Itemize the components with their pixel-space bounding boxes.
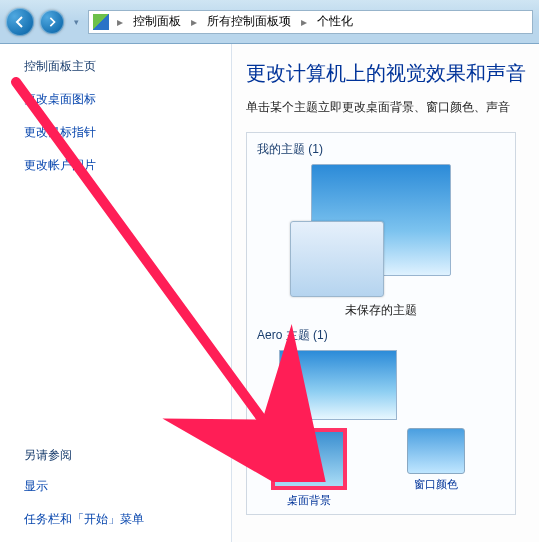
sidebar-link-account-picture[interactable]: 更改帐户图片	[24, 157, 213, 174]
sidebar-link-display[interactable]: 显示	[24, 478, 213, 495]
page-heading: 更改计算机上的视觉效果和声音	[246, 60, 539, 87]
chevron-right-icon: ▸	[297, 15, 311, 29]
breadcrumb-personalization[interactable]: 个性化	[315, 11, 355, 32]
window-color-swatch	[407, 428, 465, 474]
nav-forward-button[interactable]	[40, 10, 64, 34]
page-subtext: 单击某个主题立即更改桌面背景、窗口颜色、声音	[246, 99, 539, 116]
sidebar: 控制面板主页 更改桌面图标 更改鼠标指针 更改帐户图片 另请参阅 显示 任务栏和…	[0, 44, 232, 542]
sidebar-link-desktop-icons[interactable]: 更改桌面图标	[24, 91, 213, 108]
content-pane: 更改计算机上的视觉效果和声音 单击某个主题立即更改桌面背景、窗口颜色、声音 我的…	[232, 44, 539, 542]
arrow-left-icon	[14, 16, 26, 28]
chevron-right-icon: ▸	[187, 15, 201, 29]
theme-thumbnail-aero[interactable]	[279, 350, 397, 420]
theme-label-unsaved: 未保存的主题	[257, 302, 505, 319]
sidebar-see-also-header: 另请参阅	[24, 447, 213, 464]
main-area: 控制面板主页 更改桌面图标 更改鼠标指针 更改帐户图片 另请参阅 显示 任务栏和…	[0, 44, 539, 542]
window-color-label: 窗口颜色	[414, 477, 458, 492]
breadcrumb-control-panel[interactable]: 控制面板	[131, 11, 183, 32]
themes-group: 我的主题 (1) 未保存的主题 Aero 主题 (1) 桌面背景 窗口颜色	[246, 132, 516, 515]
nav-history-dropdown[interactable]: ▾	[70, 17, 82, 27]
arrow-right-icon	[47, 17, 57, 27]
window-titlebar: ▾ ▸ 控制面板 ▸ 所有控制面板项 ▸ 个性化	[0, 0, 539, 44]
desktop-background-tile[interactable]: 桌面背景	[271, 428, 347, 508]
address-bar[interactable]: ▸ 控制面板 ▸ 所有控制面板项 ▸ 个性化	[88, 10, 533, 34]
theme-settings-row: 桌面背景 窗口颜色	[257, 424, 505, 508]
sidebar-title: 控制面板主页	[24, 58, 213, 75]
aero-themes-header: Aero 主题 (1)	[257, 327, 505, 344]
desktop-background-swatch	[271, 428, 347, 490]
sidebar-link-mouse-pointers[interactable]: 更改鼠标指针	[24, 124, 213, 141]
desktop-background-label: 桌面背景	[287, 493, 331, 508]
my-themes-header: 我的主题 (1)	[257, 141, 505, 158]
nav-back-button[interactable]	[6, 8, 34, 36]
sidebar-link-taskbar[interactable]: 任务栏和「开始」菜单	[24, 511, 213, 528]
theme-thumbnail-unsaved[interactable]	[311, 164, 451, 276]
window-color-tile[interactable]: 窗口颜色	[407, 428, 465, 492]
chevron-right-icon: ▸	[113, 15, 127, 29]
breadcrumb-all-items[interactable]: 所有控制面板项	[205, 11, 293, 32]
control-panel-icon	[93, 14, 109, 30]
